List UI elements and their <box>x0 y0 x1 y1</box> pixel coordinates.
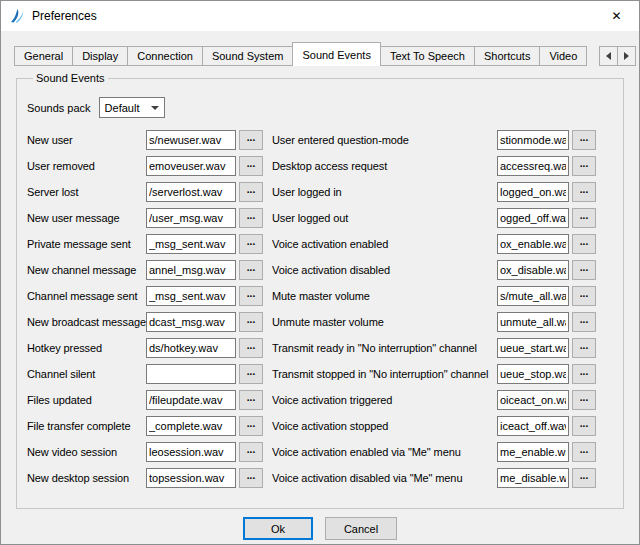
sound-file-input[interactable] <box>497 442 569 462</box>
browse-button[interactable]: ... <box>572 364 596 384</box>
sound-event-row: Files updated ... <box>27 387 263 413</box>
tab-label: General <box>24 50 63 62</box>
browse-button[interactable]: ... <box>572 260 596 280</box>
sound-file-input[interactable] <box>146 416 236 436</box>
browse-button[interactable]: ... <box>572 390 596 410</box>
dialog-footer: Ok Cancel <box>1 517 639 540</box>
sound-file-input[interactable] <box>497 130 569 150</box>
sound-event-row: Voice activation enabled via "Me" menu .… <box>272 439 596 465</box>
sound-event-row: Desktop access request ... <box>272 153 596 179</box>
browse-button[interactable]: ... <box>572 416 596 436</box>
tab-video[interactable]: Video <box>539 46 587 66</box>
sound-file-input[interactable] <box>497 260 569 280</box>
browse-button[interactable]: ... <box>239 390 263 410</box>
sound-file-input[interactable] <box>146 364 236 384</box>
sound-file-input[interactable] <box>146 234 236 254</box>
tab-sound-events[interactable]: Sound Events <box>292 42 381 66</box>
browse-button[interactable]: ... <box>572 338 596 358</box>
browse-button[interactable]: ... <box>572 468 596 488</box>
browse-button[interactable]: ... <box>572 442 596 462</box>
browse-button[interactable]: ... <box>239 260 263 280</box>
browse-button[interactable]: ... <box>239 338 263 358</box>
tab-label: Shortcuts <box>484 50 530 62</box>
event-label: Voice activation stopped <box>272 420 497 432</box>
sound-file-input[interactable] <box>497 364 569 384</box>
browse-button[interactable]: ... <box>239 442 263 462</box>
sound-file-input[interactable] <box>146 312 236 332</box>
tab-bar: General Display Connection Sound System … <box>1 42 639 66</box>
close-button[interactable]: ✕ <box>594 2 639 31</box>
sound-file-input[interactable] <box>497 338 569 358</box>
event-label: New desktop session <box>27 472 146 484</box>
browse-button[interactable]: ... <box>239 130 263 150</box>
cancel-button[interactable]: Cancel <box>325 517 397 540</box>
sounds-pack-select[interactable]: Default <box>99 97 165 118</box>
sound-file-input[interactable] <box>146 442 236 462</box>
sounds-pack-value: Default <box>105 102 140 114</box>
event-label: Transmit ready in "No interruption" chan… <box>272 342 497 354</box>
tab-sound-system[interactable]: Sound System <box>202 46 294 66</box>
group-title: Sound Events <box>33 72 108 84</box>
tab-scroll-right-icon <box>624 52 629 60</box>
browse-button[interactable]: ... <box>239 234 263 254</box>
sound-file-input[interactable] <box>146 338 236 358</box>
browse-button[interactable]: ... <box>572 286 596 306</box>
ok-button[interactable]: Ok <box>243 517 313 540</box>
tab-display[interactable]: Display <box>72 46 128 66</box>
browse-button[interactable]: ... <box>572 208 596 228</box>
sound-event-row: User entered question-mode ... <box>272 127 596 153</box>
event-label: New user message <box>27 212 146 224</box>
sound-file-input[interactable] <box>146 208 236 228</box>
tab-scroll-right-button[interactable] <box>617 46 636 66</box>
sound-file-input[interactable] <box>146 286 236 306</box>
sound-file-input[interactable] <box>146 260 236 280</box>
sound-event-row: Voice activation stopped ... <box>272 413 596 439</box>
window-title: Preferences <box>32 9 97 23</box>
browse-button[interactable]: ... <box>239 416 263 436</box>
sound-file-input[interactable] <box>146 156 236 176</box>
sound-file-input[interactable] <box>146 130 236 150</box>
browse-button[interactable]: ... <box>572 156 596 176</box>
sound-events-list: New user ... User removed ... Server los… <box>27 127 613 491</box>
tab-label: Sound System <box>212 50 284 62</box>
sound-file-input[interactable] <box>146 390 236 410</box>
browse-button[interactable]: ... <box>239 312 263 332</box>
sound-file-input[interactable] <box>146 182 236 202</box>
sound-event-row: Transmit ready in "No interruption" chan… <box>272 335 596 361</box>
preferences-window: Preferences ✕ General Display Connection… <box>0 0 640 545</box>
event-label: User entered question-mode <box>272 134 497 146</box>
browse-button[interactable]: ... <box>572 312 596 332</box>
sound-file-input[interactable] <box>497 208 569 228</box>
sound-file-input[interactable] <box>497 390 569 410</box>
browse-button[interactable]: ... <box>572 182 596 202</box>
tab-shortcuts[interactable]: Shortcuts <box>474 46 540 66</box>
tab-scrollers <box>600 46 636 66</box>
tab-connection[interactable]: Connection <box>127 46 203 66</box>
browse-button[interactable]: ... <box>239 364 263 384</box>
tab-general[interactable]: General <box>14 46 73 66</box>
sound-file-input[interactable] <box>497 234 569 254</box>
sound-event-row: User logged out ... <box>272 205 596 231</box>
browse-button[interactable]: ... <box>239 286 263 306</box>
tab-text-to-speech[interactable]: Text To Speech <box>380 46 475 66</box>
browse-button[interactable]: ... <box>239 182 263 202</box>
browse-button[interactable]: ... <box>572 130 596 150</box>
combo-arrow-icon <box>151 106 159 110</box>
sound-file-input[interactable] <box>497 156 569 176</box>
sound-event-row: User logged in ... <box>272 179 596 205</box>
sound-file-input[interactable] <box>497 416 569 436</box>
sound-file-input[interactable] <box>497 286 569 306</box>
browse-button[interactable]: ... <box>239 208 263 228</box>
browse-button[interactable]: ... <box>239 156 263 176</box>
events-column-left: New user ... User removed ... Server los… <box>27 127 263 491</box>
tab-scroll-left-button[interactable] <box>599 46 618 66</box>
sound-file-input[interactable] <box>497 468 569 488</box>
sound-file-input[interactable] <box>146 468 236 488</box>
browse-button[interactable]: ... <box>239 468 263 488</box>
sound-event-row: Voice activation disabled ... <box>272 257 596 283</box>
browse-button[interactable]: ... <box>572 234 596 254</box>
sounds-pack-label: Sounds pack <box>27 102 91 114</box>
sound-file-input[interactable] <box>497 182 569 202</box>
sound-file-input[interactable] <box>497 312 569 332</box>
sound-event-row: Voice activation disabled via "Me" menu … <box>272 465 596 491</box>
